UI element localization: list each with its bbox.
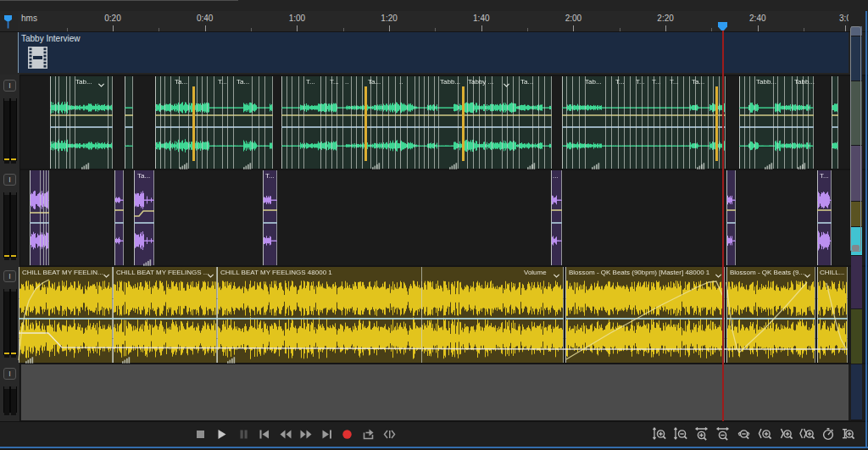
loop-playback-button[interactable] [360, 426, 377, 443]
clip-name-label: Ta... [520, 78, 533, 86]
clip-cut-line [519, 76, 520, 169]
record-button[interactable] [339, 426, 356, 443]
audio-clip[interactable] [113, 267, 217, 363]
skip-to-end-icon [319, 426, 335, 442]
track-4-level-meter [3, 386, 17, 413]
clip-gain-bars-icon [180, 158, 188, 164]
overview-thumb[interactable] [850, 26, 861, 252]
clip-cut-line [259, 76, 259, 169]
clip-cut-line [434, 76, 435, 169]
pause-button[interactable] [236, 426, 253, 443]
audio-clip[interactable] [726, 170, 736, 265]
clip-cut-line [784, 76, 785, 169]
clip-menu-chevron-icon[interactable] [804, 268, 812, 276]
audio-clip[interactable] [565, 267, 725, 363]
zoom-in-point-button[interactable] [757, 425, 774, 442]
play-button[interactable] [214, 426, 231, 443]
fast-forward-button[interactable] [298, 426, 314, 443]
audio-clip[interactable] [726, 267, 815, 363]
panel-top-strip [0, 0, 868, 11]
clip-name-label: Tab... [75, 78, 92, 86]
tab-edge-highlight [0, 0, 238, 1]
ruler-time-label: 2:00 [565, 14, 581, 23]
fast-forward-icon [298, 426, 314, 442]
clip-gain-bars-icon [527, 158, 536, 164]
audio-clip[interactable] [281, 76, 552, 169]
zoom-in-horizontal-button[interactable] [693, 425, 710, 442]
clip-cut-line [642, 76, 643, 169]
clip-cut-line [164, 76, 165, 169]
clip-cut-line [303, 76, 304, 169]
clip-name-label: T... [636, 78, 645, 86]
clip-name-label: T... [330, 78, 339, 86]
zoom-out-horizontal-button[interactable] [715, 425, 732, 442]
clip-cut-line [415, 76, 415, 169]
filmstrip-icon [28, 47, 47, 69]
clip-cut-line [458, 76, 459, 169]
audio-clip[interactable] [50, 76, 113, 169]
clip-cut-line [473, 76, 474, 169]
track-4-input-monitor-button[interactable]: I [3, 368, 16, 380]
zoom-reset-button[interactable] [736, 425, 753, 442]
rewind-button[interactable] [277, 426, 294, 443]
skip-to-start-button[interactable] [256, 426, 273, 443]
stop-button[interactable] [192, 426, 209, 443]
clip-cut-line [337, 76, 337, 169]
track-4-area[interactable] [21, 364, 849, 420]
marker-pin-button[interactable] [0, 11, 18, 32]
audio-clip[interactable] [817, 267, 848, 363]
clip-cut-line [400, 76, 401, 169]
clip-cut-line [424, 76, 425, 169]
clip-menu-chevron-icon[interactable] [103, 268, 111, 276]
clip-cut-line [566, 76, 567, 169]
zoom-out-vertical-button[interactable] [672, 425, 689, 442]
clip-cut-line [382, 76, 383, 169]
clip-gain-bars-icon [25, 352, 34, 358]
clip-menu-chevron-icon[interactable] [503, 77, 511, 86]
zoom-in-vertical-button[interactable] [651, 425, 668, 442]
track-overview-scrollbar[interactable] [851, 11, 862, 447]
clip-cut-line [671, 76, 672, 169]
video-clip[interactable]: Tabby Interview [18, 32, 849, 73]
playhead-marker[interactable] [717, 20, 728, 31]
clip-gain-bars-icon [592, 158, 600, 164]
audio-clip[interactable] [832, 76, 838, 169]
clip-cut-line [320, 76, 321, 169]
zoom-out-point-button[interactable] [778, 425, 795, 442]
zoom-selection-button[interactable] [798, 425, 815, 442]
track-3-music: CHILL BEAT MY FEELIN...CHILL BEAT MY FEE… [0, 267, 868, 363]
skip-selection-button[interactable] [381, 426, 398, 443]
clip-name-label: T... [306, 78, 315, 86]
clip-menu-chevron-icon[interactable] [97, 77, 106, 86]
clip-cut-line [70, 76, 70, 169]
audio-clip[interactable] [263, 170, 277, 265]
overview-thumb-grip[interactable] [852, 245, 860, 251]
clip-cut-line [479, 76, 480, 169]
skip-to-end-button[interactable] [319, 426, 336, 443]
audio-clip[interactable] [125, 76, 133, 169]
audio-clip[interactable] [551, 170, 562, 265]
audio-clip[interactable] [217, 267, 564, 363]
clip-cut-line [544, 76, 545, 169]
clip-menu-chevron-icon[interactable] [553, 268, 561, 276]
clip-cut-line [792, 76, 793, 169]
clip-gain-bars-icon [227, 352, 236, 358]
clip-gain-bars-icon [81, 158, 90, 164]
audio-clip[interactable] [817, 170, 832, 265]
clip-gain-bars-icon [372, 158, 381, 164]
audio-clip[interactable] [114, 170, 124, 265]
clip-cut-line [695, 76, 696, 169]
clip-cut-line [40, 170, 41, 265]
zoom-reset-icon [736, 425, 752, 442]
zoom-full-button[interactable] [840, 425, 857, 442]
clip-menu-chevron-icon[interactable] [207, 268, 215, 276]
audio-clip[interactable] [19, 267, 113, 363]
timer-button[interactable] [820, 425, 837, 442]
clip-name-label: Ta... [175, 78, 187, 86]
audio-clip[interactable] [134, 170, 154, 265]
track-2-voice-waveform [0, 170, 868, 265]
clip-cut-line [438, 76, 439, 169]
playhead-line[interactable] [722, 31, 724, 421]
clip-gain-bars-icon [697, 158, 705, 164]
zoom-out-horizontal-icon [715, 425, 731, 442]
